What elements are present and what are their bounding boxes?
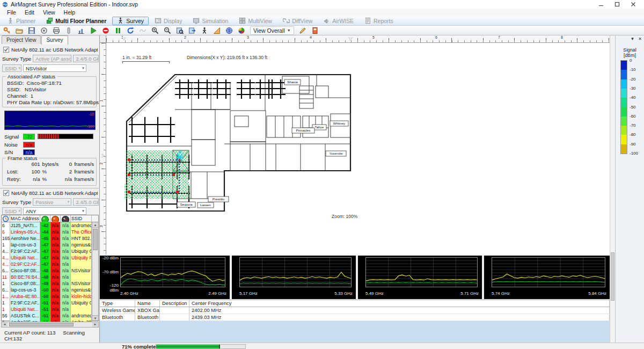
ssid-select1[interactable]: NSVisitor▼ <box>23 64 86 72</box>
ap-table-row[interactable]: 6J125_NATI...-42n/an/aandromeda 2g <box>2 222 98 229</box>
refresh-icon[interactable] <box>127 27 134 34</box>
ap-table-vscrollbar[interactable]: ▲▼ <box>92 222 98 321</box>
tab-label: Display <box>164 18 182 24</box>
pie-icon[interactable] <box>238 27 245 34</box>
device-col-description[interactable]: Description <box>160 300 189 307</box>
device-table-row[interactable]: Wireless Game Contr...XBOX Game ...2402.… <box>100 307 610 314</box>
interferer-device-table[interactable]: TypeNameDescriptionCenter FrequencyWirel… <box>100 300 610 343</box>
device-table-header[interactable]: TypeNameDescriptionCenter Frequency <box>100 300 610 307</box>
tab-reports[interactable]: Reports <box>360 17 398 25</box>
ap-table-row[interactable]: 4...Ubiquiti Net...-47n/an/aUbiquity PSK… <box>2 255 98 261</box>
ap-table-row[interactable]: 1...Aruba-4E:80...-50n/an/aklolin-hidden <box>2 293 98 300</box>
center-vscrollbar[interactable] <box>610 35 615 343</box>
reports-icon <box>364 17 371 24</box>
record-icon[interactable] <box>40 27 48 34</box>
ap-table-row[interactable]: 1Ubiquiti Net...-51n/an/a <box>2 306 98 312</box>
band-select2[interactable]: 2.4/5.0 GHz▼ <box>73 198 99 206</box>
adapter1-checkbox[interactable] <box>3 47 9 53</box>
device-col-center-frequency[interactable]: Center Frequency <box>189 300 610 307</box>
ap-table-row[interactable]: 6...Cisco-8F:08:...-48n/an/aNSVisitor <box>2 267 98 274</box>
open-icon[interactable] <box>16 27 23 34</box>
ap-list-table[interactable]: MAC AddressSSID6J125_NATI...-42n/an/aand… <box>1 215 99 321</box>
spectrum-y-label: -70 dBm <box>100 270 119 274</box>
survey-type-select1[interactable]: Active (AP assoc.)▼ <box>33 55 71 62</box>
legend-close-icon[interactable]: ✕ <box>638 37 642 42</box>
key-icon[interactable] <box>3 27 11 34</box>
save-icon[interactable] <box>28 27 35 34</box>
ap-table-row[interactable]: 1F2:9F:C2:AF...-51n/an/aUbiquity Captive… <box>2 300 98 306</box>
view-overall-dropdown[interactable]: View Overall▼ <box>250 26 294 35</box>
legend-dropdown-icon[interactable]: ▼ <box>630 37 634 42</box>
ssid-select2[interactable]: ANY▼ <box>23 207 86 215</box>
ap-table-hscrollbar[interactable]: ◄► <box>1 322 99 328</box>
print-icon[interactable] <box>53 27 60 34</box>
ap-table-row[interactable]: 11B0:BE:76:B4...-48n/an/a <box>2 274 98 280</box>
ruler-marker[interactable] <box>101 154 105 158</box>
play-icon[interactable] <box>90 27 97 34</box>
ap-table-row[interactable]: 1lap-cos-us-3-47n/an/angenius&sniffer <box>2 242 98 248</box>
col-mac-address[interactable]: MAC Address <box>10 215 40 222</box>
walk-icon[interactable] <box>201 27 208 34</box>
ap-table-row[interactable]: 4...F2:9F:C2:AF...-47n/an/aUbiquity Capt… <box>2 248 98 255</box>
ssid-mode-select1[interactable]: SSID▼ <box>2 64 21 72</box>
menu-view[interactable]: View <box>39 9 59 16</box>
ap-table-row[interactable]: 165Aerohive Ne...-45n/an/aHNT 802.11ax <box>2 235 98 242</box>
adapter1-row: NetAlly 802.11 ac USB Network Adapter <box>3 47 98 53</box>
notes-icon[interactable] <box>311 27 319 34</box>
ap-cell-noise: n/a <box>50 287 61 293</box>
close-button[interactable] <box>630 1 636 8</box>
pause-icon[interactable] <box>114 27 122 34</box>
left-tab-project-view[interactable]: Project View <box>2 35 41 44</box>
ap-cell-count: 56 <box>2 312 10 319</box>
ap-table-row[interactable]: 6...lap-cos-us-3-50n/an/angenius&sniffer <box>2 287 98 293</box>
globe-icon[interactable] <box>225 27 233 34</box>
tab-multi-floor-planner[interactable]: Multi Floor Planner <box>41 17 111 25</box>
ruler-label: 1 <box>99 100 103 102</box>
tab-display[interactable]: Display <box>150 17 187 25</box>
tab-diffview[interactable]: DiffView <box>278 17 317 25</box>
ap-table-row[interactable]: 4...02:9F:C2:AF...-47n/an/a <box>2 261 98 267</box>
tab-planner[interactable]: Planner <box>2 17 40 25</box>
minimize-button[interactable] <box>598 1 604 8</box>
band-select1[interactable]: 2.4/5.0 GHz▼ <box>73 55 99 62</box>
stop-icon[interactable] <box>102 27 109 34</box>
device-table-row[interactable]: BluetoothBluetooth2439.03 MHz <box>100 314 610 321</box>
tab-simulation[interactable]: Simulation <box>188 17 233 25</box>
zoom-out-icon[interactable] <box>164 27 171 34</box>
ruler-marker[interactable] <box>122 37 126 40</box>
clock-icon <box>2 218 9 222</box>
ap-table-header[interactable]: MAC AddressSSID <box>2 215 98 222</box>
ap-cell-signal: -49 <box>40 280 50 287</box>
ap-table-row[interactable]: 1Cisco-8F:08:...-49n/an/aNSVisitor <box>2 280 98 287</box>
tab-survey[interactable]: Survey <box>112 17 149 25</box>
adapter2-checkbox[interactable] <box>3 190 9 196</box>
ssid-mode-select2[interactable]: SSID▼ <box>2 207 21 215</box>
tab-multiview[interactable]: MultiView <box>234 17 277 25</box>
spectrum-y-label: -120 dBm <box>100 283 119 293</box>
zoom-page-icon[interactable] <box>176 27 184 34</box>
legend-tick-label: 0 <box>630 58 632 63</box>
ap-table-row[interactable]: 6Linksys-05:A...-44n/an/aThe Office Netw… <box>2 229 98 235</box>
chart-icon[interactable] <box>77 27 85 34</box>
ap-table-row[interactable]: 56ASUSTek C...-51n/an/aandromeda 5g <box>2 312 98 319</box>
col-ssid[interactable]: SSID <box>71 215 92 222</box>
ap-cell-speed: n/a <box>61 261 71 267</box>
menu-file[interactable]: File <box>3 9 20 16</box>
measure-icon[interactable] <box>213 27 221 34</box>
maximize-button[interactable] <box>614 1 620 8</box>
view-overall-label: View Overall <box>253 27 285 34</box>
zoom-in-icon[interactable] <box>151 27 159 34</box>
sn-label: S/N <box>4 149 20 155</box>
tab-airwise[interactable]: AirWISE <box>318 17 358 25</box>
survey-type-select2[interactable]: Passive▼ <box>33 198 71 206</box>
ruler-marker[interactable] <box>348 37 353 40</box>
device-col-type[interactable]: Type <box>100 300 135 307</box>
map-canvas[interactable]: 1 in. = 31.29 ft Dimensions(X x Y): 219.… <box>106 43 610 255</box>
export-image-icon[interactable] <box>188 27 196 34</box>
device-col-name[interactable]: Name <box>135 300 160 307</box>
attach-icon[interactable] <box>65 27 72 34</box>
menu-help[interactable]: Help <box>60 9 79 16</box>
edit-icon[interactable] <box>299 27 306 34</box>
menu-edit[interactable]: Edit <box>21 9 38 16</box>
left-tab-survey[interactable]: Survey <box>41 35 68 45</box>
